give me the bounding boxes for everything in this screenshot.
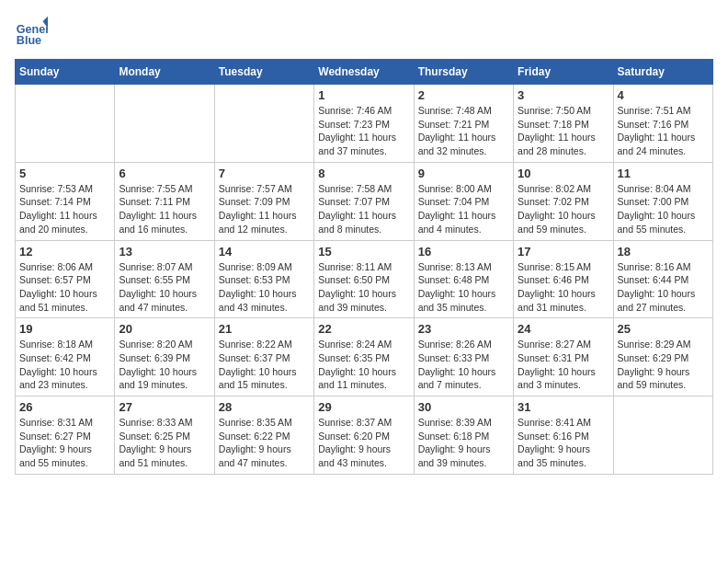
day-number: 11 [618,167,709,180]
day-info: Sunrise: 8:33 AM Sunset: 6:25 PM Dayligh… [119,416,210,470]
calendar-cell: 21Sunrise: 8:22 AM Sunset: 6:37 PM Dayli… [214,318,313,396]
logo-icon: General Blue [15,15,48,48]
calendar-cell: 23Sunrise: 8:26 AM Sunset: 6:33 PM Dayli… [414,318,513,396]
day-number: 8 [318,167,409,180]
calendar-cell: 30Sunrise: 8:39 AM Sunset: 6:18 PM Dayli… [414,396,513,475]
day-info: Sunrise: 8:24 AM Sunset: 6:35 PM Dayligh… [318,338,409,392]
day-number: 19 [19,322,110,336]
day-info: Sunrise: 8:02 AM Sunset: 7:02 PM Dayligh… [518,182,609,236]
day-number: 2 [418,88,509,102]
day-number: 10 [518,167,609,180]
day-number: 18 [618,245,709,259]
day-info: Sunrise: 8:26 AM Sunset: 6:33 PM Dayligh… [418,338,509,392]
day-info: Sunrise: 8:16 AM Sunset: 6:44 PM Dayligh… [618,260,709,315]
day-info: Sunrise: 8:00 AM Sunset: 7:04 PM Dayligh… [418,182,509,236]
day-number: 13 [119,245,210,259]
logo: General Blue [15,15,48,48]
calendar-cell: 11Sunrise: 8:04 AM Sunset: 7:00 PM Dayli… [613,162,712,240]
calendar-cell: 7Sunrise: 7:57 AM Sunset: 7:09 PM Daylig… [214,162,313,240]
day-info: Sunrise: 7:57 AM Sunset: 7:09 PM Dayligh… [219,182,310,236]
day-info: Sunrise: 7:55 AM Sunset: 7:11 PM Dayligh… [119,182,210,236]
day-number: 31 [518,400,609,414]
day-number: 26 [19,400,110,414]
day-info: Sunrise: 7:53 AM Sunset: 7:14 PM Dayligh… [19,182,110,236]
calendar-cell: 19Sunrise: 8:18 AM Sunset: 6:42 PM Dayli… [16,318,115,396]
calendar-cell: 31Sunrise: 8:41 AM Sunset: 6:16 PM Dayli… [514,396,613,475]
calendar-cell: 18Sunrise: 8:16 AM Sunset: 6:44 PM Dayli… [613,240,712,318]
calendar-cell: 1Sunrise: 7:46 AM Sunset: 7:23 PM Daylig… [314,85,414,163]
day-number: 29 [318,400,409,414]
day-number: 16 [418,245,509,259]
header-saturday: Saturday [613,60,712,85]
calendar-header-row: SundayMondayTuesdayWednesdayThursdayFrid… [16,60,713,85]
day-info: Sunrise: 8:29 AM Sunset: 6:29 PM Dayligh… [618,338,709,392]
calendar-cell: 4Sunrise: 7:51 AM Sunset: 7:16 PM Daylig… [613,85,712,163]
day-info: Sunrise: 7:48 AM Sunset: 7:21 PM Dayligh… [418,104,509,158]
day-info: Sunrise: 8:09 AM Sunset: 6:53 PM Dayligh… [219,260,310,315]
day-info: Sunrise: 7:50 AM Sunset: 7:18 PM Dayligh… [518,104,609,158]
day-number: 20 [119,322,210,336]
calendar-cell: 16Sunrise: 8:13 AM Sunset: 6:48 PM Dayli… [414,240,513,318]
day-info: Sunrise: 8:15 AM Sunset: 6:46 PM Dayligh… [518,260,609,315]
day-number: 12 [19,245,110,259]
calendar-cell [16,85,115,163]
day-info: Sunrise: 8:27 AM Sunset: 6:31 PM Dayligh… [518,338,609,392]
calendar-table: SundayMondayTuesdayWednesdayThursdayFrid… [15,59,713,475]
header-friday: Friday [514,60,613,85]
day-info: Sunrise: 7:46 AM Sunset: 7:23 PM Dayligh… [318,104,409,158]
calendar-cell: 22Sunrise: 8:24 AM Sunset: 6:35 PM Dayli… [314,318,414,396]
calendar-cell: 14Sunrise: 8:09 AM Sunset: 6:53 PM Dayli… [214,240,313,318]
day-number: 21 [219,322,310,336]
day-number: 5 [19,167,110,180]
day-number: 6 [119,167,210,180]
day-info: Sunrise: 8:35 AM Sunset: 6:22 PM Dayligh… [219,416,310,470]
day-number: 4 [618,88,709,102]
day-number: 1 [318,88,409,102]
calendar-cell: 17Sunrise: 8:15 AM Sunset: 6:46 PM Dayli… [514,240,613,318]
day-info: Sunrise: 8:20 AM Sunset: 6:39 PM Dayligh… [119,338,210,392]
calendar-cell: 27Sunrise: 8:33 AM Sunset: 6:25 PM Dayli… [115,396,214,475]
calendar-week-2: 5Sunrise: 7:53 AM Sunset: 7:14 PM Daylig… [16,162,713,240]
calendar-week-4: 19Sunrise: 8:18 AM Sunset: 6:42 PM Dayli… [16,318,713,396]
day-number: 17 [518,245,609,259]
day-info: Sunrise: 8:13 AM Sunset: 6:48 PM Dayligh… [418,260,509,315]
calendar-cell [115,85,214,163]
calendar-cell: 28Sunrise: 8:35 AM Sunset: 6:22 PM Dayli… [214,396,313,475]
day-number: 30 [418,400,509,414]
calendar-cell: 13Sunrise: 8:07 AM Sunset: 6:55 PM Dayli… [115,240,214,318]
day-number: 7 [219,167,310,180]
day-number: 27 [119,400,210,414]
calendar-week-1: 1Sunrise: 7:46 AM Sunset: 7:23 PM Daylig… [16,85,713,163]
day-info: Sunrise: 8:04 AM Sunset: 7:00 PM Dayligh… [618,182,709,236]
calendar-cell [214,85,313,163]
calendar-cell: 10Sunrise: 8:02 AM Sunset: 7:02 PM Dayli… [514,162,613,240]
day-number: 23 [418,322,509,336]
day-info: Sunrise: 7:51 AM Sunset: 7:16 PM Dayligh… [618,104,709,158]
header-monday: Monday [115,60,214,85]
calendar-cell: 2Sunrise: 7:48 AM Sunset: 7:21 PM Daylig… [414,85,513,163]
day-info: Sunrise: 8:37 AM Sunset: 6:20 PM Dayligh… [318,416,409,470]
calendar-week-5: 26Sunrise: 8:31 AM Sunset: 6:27 PM Dayli… [16,396,713,475]
day-info: Sunrise: 8:11 AM Sunset: 6:50 PM Dayligh… [318,260,409,315]
calendar-cell: 5Sunrise: 7:53 AM Sunset: 7:14 PM Daylig… [16,162,115,240]
day-info: Sunrise: 8:22 AM Sunset: 6:37 PM Dayligh… [219,338,310,392]
calendar-cell: 26Sunrise: 8:31 AM Sunset: 6:27 PM Dayli… [16,396,115,475]
day-info: Sunrise: 8:18 AM Sunset: 6:42 PM Dayligh… [19,338,110,392]
calendar-cell: 6Sunrise: 7:55 AM Sunset: 7:11 PM Daylig… [115,162,214,240]
calendar-cell: 25Sunrise: 8:29 AM Sunset: 6:29 PM Dayli… [613,318,712,396]
day-number: 24 [518,322,609,336]
day-number: 15 [318,245,409,259]
calendar-cell: 9Sunrise: 8:00 AM Sunset: 7:04 PM Daylig… [414,162,513,240]
calendar-cell: 20Sunrise: 8:20 AM Sunset: 6:39 PM Dayli… [115,318,214,396]
header-thursday: Thursday [414,60,513,85]
day-number: 3 [518,88,609,102]
day-number: 28 [219,400,310,414]
calendar-cell: 3Sunrise: 7:50 AM Sunset: 7:18 PM Daylig… [514,85,613,163]
page-header: General Blue [15,15,713,48]
day-info: Sunrise: 7:58 AM Sunset: 7:07 PM Dayligh… [318,182,409,236]
calendar-cell: 8Sunrise: 7:58 AM Sunset: 7:07 PM Daylig… [314,162,414,240]
svg-text:Blue: Blue [17,34,41,47]
day-info: Sunrise: 8:41 AM Sunset: 6:16 PM Dayligh… [518,416,609,470]
calendar-cell: 24Sunrise: 8:27 AM Sunset: 6:31 PM Dayli… [514,318,613,396]
calendar-cell: 29Sunrise: 8:37 AM Sunset: 6:20 PM Dayli… [314,396,414,475]
